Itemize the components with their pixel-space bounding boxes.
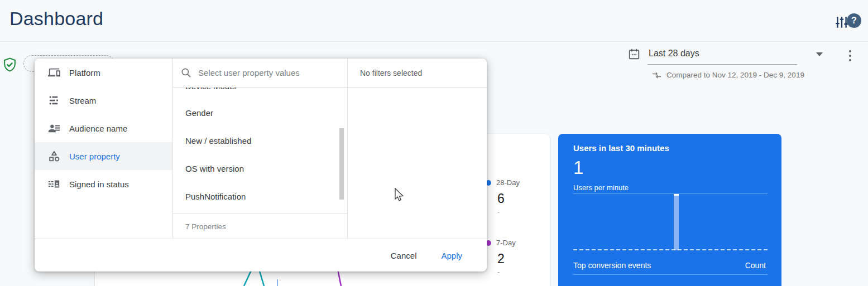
trend-line-fragments [95, 269, 550, 286]
table-header-rule [573, 274, 768, 275]
users-per-minute-label: Users per minute [573, 183, 629, 192]
legend-item-28-day: 28-Day 6 - [486, 178, 548, 216]
more-options-button[interactable] [845, 48, 855, 64]
property-option[interactable]: OS with version [173, 154, 347, 182]
date-range-selector[interactable]: Last 28 days [649, 49, 699, 59]
comparison-filter-dialog: Platform Stream Audience name User pro [35, 59, 487, 272]
property-option[interactable]: New / established [173, 127, 347, 154]
question-mark-icon: ? [851, 16, 857, 26]
properties-count-label: 7 Properties [173, 214, 347, 239]
privacy-shield-icon [3, 57, 17, 72]
scrollbar-thumb[interactable] [339, 128, 344, 200]
top-conversion-events-header: Top conversion events [573, 261, 651, 270]
category-user-property[interactable]: User property [35, 142, 172, 170]
dialog-footer: Cancel Apply [35, 239, 487, 272]
page-title: Dashboard [9, 8, 103, 30]
search-row [173, 59, 347, 88]
cancel-button[interactable]: Cancel [391, 251, 417, 260]
legend-value: 2 [497, 251, 548, 266]
category-label: Platform [69, 68, 100, 77]
property-option[interactable]: PushNotification [173, 182, 347, 210]
property-values-list: Device Model Gender New / established OS… [173, 88, 347, 214]
no-filters-label: No filters selected [348, 59, 487, 88]
legend-delta: - [497, 207, 548, 216]
category-audience-name[interactable]: Audience name [35, 114, 172, 142]
property-option[interactable]: Gender [173, 99, 347, 127]
realtime-users-card[interactable]: Users in last 30 minutes 1 Users per min… [558, 134, 781, 286]
filter-category-list: Platform Stream Audience name User pro [35, 59, 173, 239]
devices-icon [48, 66, 60, 79]
date-range-underline [648, 64, 797, 65]
category-shapes-icon [48, 150, 60, 162]
property-option-clipped[interactable]: Device Model [173, 88, 347, 99]
category-label: Audience name [69, 124, 127, 133]
search-icon [181, 67, 191, 78]
date-picker-area: Last 28 days Compared to Nov 12, 2019 - … [620, 45, 860, 84]
legend-label: 7-Day [496, 239, 516, 247]
apply-button[interactable]: Apply [441, 251, 462, 260]
category-label: Signed in status [69, 180, 129, 189]
signed-in-status-icon [48, 178, 60, 190]
calendar-icon[interactable] [628, 48, 640, 60]
category-label: User property [69, 152, 120, 161]
property-values-panel: Device Model Gender New / established OS… [173, 59, 347, 239]
chevron-down-icon[interactable] [816, 52, 823, 56]
comparison-label: Compared to Nov 12, 2019 - Dec 9, 2019 [666, 71, 804, 79]
users-per-minute-chart [573, 194, 768, 250]
stream-icon [48, 94, 60, 106]
realtime-card-title: Users in last 30 minutes [573, 143, 669, 153]
category-signed-in-status[interactable]: Signed in status [35, 170, 172, 198]
audience-icon [48, 122, 60, 134]
category-label: Stream [69, 96, 96, 105]
help-button[interactable]: ? [847, 13, 861, 28]
selected-filters-panel: No filters selected [347, 59, 487, 239]
realtime-user-count: 1 [573, 157, 583, 178]
search-input[interactable] [198, 68, 338, 77]
category-platform[interactable]: Platform [35, 59, 172, 86]
chart-baseline [573, 249, 768, 250]
comparison-row: Compared to Nov 12, 2019 - Dec 9, 2019 [652, 71, 804, 79]
legend-value: 6 [497, 191, 548, 206]
app-header: Dashboard ? [0, 0, 868, 42]
legend-label: 28-Day [496, 178, 520, 187]
count-header: Count [745, 261, 766, 270]
category-stream[interactable]: Stream [35, 86, 172, 114]
users-per-minute-bar [674, 194, 679, 250]
compare-arrows-icon [652, 71, 661, 79]
